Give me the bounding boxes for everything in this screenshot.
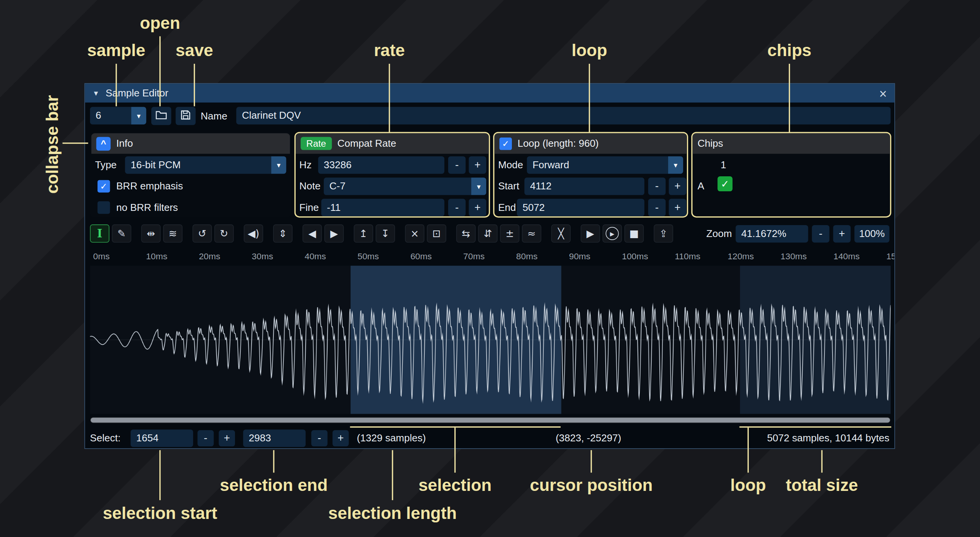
selection-start-input[interactable]: 1654 xyxy=(131,429,193,447)
check-icon: ✓ xyxy=(502,139,509,149)
annotation-loop-top: loop xyxy=(571,41,607,60)
collapse-bar-button[interactable]: ^ xyxy=(96,137,111,151)
loop-end-minus-button[interactable]: - xyxy=(648,199,666,217)
fine-label: Fine xyxy=(300,199,319,217)
loop-end-value: 5072 xyxy=(523,202,545,213)
insert-silence-icon[interactable]: ↥ xyxy=(354,224,373,242)
waveform-display[interactable] xyxy=(90,266,891,414)
annotation-collapse-bar: collapse bar xyxy=(43,95,62,194)
no-brr-filters-checkbox[interactable] xyxy=(98,201,110,214)
loop-panel-title: Loop (length: 960) xyxy=(518,138,599,149)
sample-editor-window: ▼ Sample Editor × 6 ▼ Name Clarinet xyxy=(84,83,895,449)
fade-in-icon[interactable]: ◀ xyxy=(303,224,322,242)
hz-plus-button[interactable]: + xyxy=(469,156,487,174)
timeline-label: 130ms xyxy=(781,251,807,261)
filter-icon[interactable]: ≈ xyxy=(522,224,541,242)
amplify-icon[interactable]: ◀) xyxy=(244,224,263,242)
trim-icon[interactable]: ⊡ xyxy=(427,224,446,242)
selection-start-plus-button[interactable]: + xyxy=(219,430,235,446)
titlebar[interactable]: ▼ Sample Editor × xyxy=(85,84,894,103)
window-collapse-icon[interactable]: ▼ xyxy=(93,90,99,97)
timeline-label: 60ms xyxy=(411,251,432,261)
loop-start-input[interactable]: 4112 xyxy=(525,177,644,195)
redo-icon[interactable]: ↻ xyxy=(214,224,233,242)
resize-icon[interactable]: ⇹ xyxy=(141,224,161,242)
loop-mode-select[interactable]: Forward ▼ xyxy=(527,156,683,174)
preview-icon[interactable]: ▶ xyxy=(581,224,600,242)
selection-end-input[interactable]: 2983 xyxy=(243,429,306,447)
crossfade-icon[interactable]: ╳ xyxy=(551,224,571,242)
fade-out-icon[interactable]: ▶ xyxy=(324,224,344,242)
hz-input[interactable]: 33286 xyxy=(318,156,444,174)
timeline-label: 150 xyxy=(886,251,894,261)
fine-plus-button[interactable]: + xyxy=(469,199,487,217)
chip-enable-checkbox[interactable]: ✓ xyxy=(717,176,732,191)
check-icon: ✓ xyxy=(100,181,108,191)
loop-end-plus-button[interactable]: + xyxy=(669,199,687,217)
name-value: Clarinet DQV xyxy=(242,110,301,121)
chips-panel: Chips 1 A ✓ xyxy=(691,132,891,217)
loop-start-minus-button[interactable]: - xyxy=(648,177,666,195)
name-input[interactable]: Clarinet DQV xyxy=(236,107,891,124)
annotation-line xyxy=(273,450,274,473)
play-icon[interactable]: ▶ xyxy=(603,224,622,242)
rate-panel: Rate Compat Rate Hz 33286 - + Note C-7 ▼ xyxy=(295,132,490,217)
brr-emphasis-checkbox[interactable]: ✓ xyxy=(98,180,110,193)
resample-icon[interactable]: ≋ xyxy=(163,224,182,242)
name-label: Name xyxy=(200,108,227,125)
zoom-label: Zoom xyxy=(706,225,732,242)
invert-icon[interactable]: ⇵ xyxy=(478,224,497,242)
stop-icon[interactable]: ■ xyxy=(624,224,644,242)
info-panel-header[interactable]: ^ Info xyxy=(91,133,290,154)
normalize-icon[interactable]: ⇕ xyxy=(273,224,292,242)
timeline-ruler[interactable]: 0ms10ms20ms30ms40ms50ms60ms70ms80ms90ms1… xyxy=(90,249,894,265)
sign-icon[interactable]: ± xyxy=(500,224,519,242)
selection-end-minus-button[interactable]: - xyxy=(311,430,328,446)
hz-label: Hz xyxy=(300,156,312,174)
annotation-line xyxy=(789,64,790,133)
fine-input[interactable]: -11 xyxy=(321,199,445,217)
reverse-icon[interactable]: ⇆ xyxy=(456,224,475,242)
annotation-line xyxy=(194,64,195,106)
timeline-label: 50ms xyxy=(358,251,379,261)
hz-minus-button[interactable]: - xyxy=(448,156,466,174)
info-panel-title: Info xyxy=(116,138,133,149)
waveform-canvas[interactable] xyxy=(90,266,891,414)
loop-start-plus-button[interactable]: + xyxy=(669,177,687,195)
selection-end-plus-button[interactable]: + xyxy=(333,430,349,446)
apply-silence-icon[interactable]: ↧ xyxy=(376,224,395,242)
zoom-input[interactable]: 41.1672% xyxy=(736,225,808,242)
note-label: Note xyxy=(300,177,321,195)
note-select[interactable]: C-7 ▼ xyxy=(324,177,486,195)
selection-length-text: (1329 samples) xyxy=(357,429,425,447)
scrollbar-thumb[interactable] xyxy=(91,418,890,423)
type-select[interactable]: 16-bit PCM ▼ xyxy=(125,156,286,174)
save-button[interactable] xyxy=(175,107,195,125)
brr-emphasis-label: BRR emphasis xyxy=(116,177,183,195)
import-icon[interactable]: ⇪ xyxy=(654,224,673,242)
timeline-label: 40ms xyxy=(305,251,326,261)
selection-end-value: 2983 xyxy=(249,433,271,444)
draw-tool-icon[interactable]: ✎ xyxy=(112,224,131,242)
close-icon[interactable]: × xyxy=(879,86,887,99)
loop-end-input[interactable]: 5072 xyxy=(517,199,644,217)
sample-selector[interactable]: 6 ▼ xyxy=(90,107,146,124)
fine-minus-button[interactable]: - xyxy=(448,199,466,217)
annotation-line xyxy=(389,64,390,133)
loop-enable-checkbox[interactable]: ✓ xyxy=(499,137,512,150)
annotation-selection-length: selection length xyxy=(328,504,457,523)
select-tool-icon[interactable]: I xyxy=(90,224,109,242)
mode-label: Mode xyxy=(498,156,523,174)
zoom-plus-button[interactable]: + xyxy=(833,225,851,242)
annotation-line xyxy=(63,143,88,144)
zoom-minus-button[interactable]: - xyxy=(812,225,829,242)
open-button[interactable] xyxy=(151,107,171,125)
annotation-chips: chips xyxy=(767,41,811,60)
undo-icon[interactable]: ↺ xyxy=(192,224,212,242)
annotation-loop-bottom: loop xyxy=(730,476,766,495)
selection-start-minus-button[interactable]: - xyxy=(197,430,214,446)
horizontal-scrollbar[interactable] xyxy=(90,417,891,423)
delete-icon[interactable]: × xyxy=(405,224,424,242)
chevron-down-icon: ▼ xyxy=(131,107,146,124)
zoom-reset-button[interactable]: 100% xyxy=(854,225,889,242)
